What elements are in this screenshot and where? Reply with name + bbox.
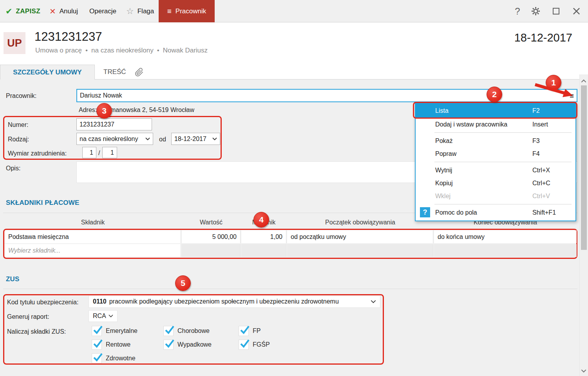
flag-button[interactable]: ☆ Flaga [126, 0, 154, 22]
save-button[interactable]: ✔ ZAPISZ [5, 0, 40, 22]
report-label: Generuj raport: [7, 313, 49, 320]
dimension-numerator-value: 1 [90, 149, 93, 156]
checkbox-fgsp[interactable]: FGŚP [239, 340, 270, 350]
scroll-down-button[interactable] [580, 367, 587, 374]
description-label: Opis: [6, 165, 20, 172]
contributions-label: Naliczaj składki ZUS: [7, 328, 66, 335]
checkbox-checked-icon [239, 340, 249, 350]
skladnik-placeholder: Wybierz składnik... [8, 247, 60, 254]
dimension-numerator-input[interactable]: 1 [82, 147, 96, 158]
employment-contract-window: ✔ ZAPISZ ✕ Anuluj Operacje ☆ Flaga ≡ Pra… [0, 0, 588, 376]
number-input[interactable]: 1231231237 [76, 118, 152, 130]
type-select[interactable]: na czas nieokreślony [76, 133, 153, 145]
new-row-skladnik-input[interactable]: Wybierz składnik... [5, 244, 181, 257]
operations-button[interactable]: Operacje [89, 0, 116, 22]
checkbox-label: Emerytalne [106, 327, 138, 334]
checkbox-checked-icon [92, 326, 102, 336]
menu-item-label: Pokaż [435, 137, 452, 145]
record-title: 1231231237 [34, 30, 102, 44]
tab-content-label: TREŚĆ [103, 68, 126, 76]
close-button[interactable] [570, 0, 583, 22]
menu-item-dodaj-i-wstaw[interactable]: Dodaj i wstaw pracownika Insert [416, 118, 575, 131]
attachment-button[interactable] [135, 68, 144, 78]
checkbox-checked-icon [163, 326, 174, 336]
menu-item-pomoc-do-pola[interactable]: ? Pomoc do pola Shift+F1 [416, 206, 575, 219]
checkbox-emerytalne[interactable]: Emerytalne [92, 326, 138, 336]
scrollbar-thumb[interactable] [581, 85, 587, 250]
checkbox-label: FGŚP [253, 341, 270, 348]
record-header: UP 1231231237 Umowa o pracę • na czas ni… [0, 23, 588, 65]
menu-item-wklej[interactable]: Wklej Ctrl+V [416, 190, 575, 202]
check-icon: ✔ [5, 7, 13, 16]
insurance-code-value: 0110 [93, 298, 107, 305]
table-row-cell-mnoznik[interactable]: 1,00 [241, 230, 286, 243]
from-label: od [159, 136, 166, 143]
dimension-denominator-value: 1 [110, 149, 114, 156]
checkbox-checked-icon [163, 340, 174, 350]
checkbox-checked-icon [92, 353, 102, 363]
report-value: RCA [93, 313, 106, 320]
annotation-circle-5: 5 [175, 275, 191, 291]
employee-input[interactable]: Dariusz Nowak ≡ [76, 89, 577, 102]
settings-button[interactable] [529, 0, 542, 22]
cancel-button[interactable]: ✕ Anuluj [49, 0, 78, 22]
question-icon: ? [515, 6, 520, 17]
dimension-denominator-input[interactable]: 1 [102, 147, 117, 158]
menu-item-wytnij[interactable]: Wytnij Ctrl+X [416, 164, 575, 177]
table-row-cell-skladnik[interactable]: Podstawa miesięczna [5, 230, 181, 243]
mnoznik-value: 1,00 [270, 233, 282, 240]
checkbox-fp[interactable]: FP [239, 326, 270, 336]
chevron-down-icon [581, 369, 586, 373]
menu-item-shortcut: Shift+F1 [532, 209, 570, 216]
annotation-arrow [532, 81, 575, 99]
from-date-select[interactable]: 18-12-2017 [171, 133, 220, 145]
close-icon [573, 7, 580, 15]
address-value: Jerzmanowska 2, 54-519 Wrocław [99, 107, 194, 113]
chevron-up-icon [581, 79, 586, 83]
menu-item-popraw[interactable]: Popraw F4 [416, 147, 575, 160]
maximize-button[interactable] [549, 0, 563, 22]
new-row-empty-cell [241, 244, 286, 257]
checkbox-rentowe[interactable]: Rentowe [92, 340, 138, 350]
checkbox-checked-icon [92, 340, 102, 350]
salary-section-title: SKŁADNIKI PŁACOWE [6, 199, 80, 207]
subtitle-employee-name: Nowak Dariusz [163, 47, 208, 54]
table-row-cell-poczatek[interactable]: od początku umowy [287, 230, 433, 243]
checkbox-chorobowe[interactable]: Chorobowe [163, 326, 212, 336]
report-select[interactable]: RCA [89, 310, 118, 322]
help-button[interactable]: ? [511, 0, 524, 22]
table-row-cell-koniec[interactable]: do końca umowy [434, 230, 577, 243]
menu-item-pokaz[interactable]: Pokaż F3 [416, 134, 575, 147]
checkbox-zdrowotne[interactable]: Zdrowotne [92, 353, 138, 363]
insurance-code-select[interactable]: 0110 pracownik podlegający ubezpieczenio… [89, 295, 380, 308]
checkbox-wypadkowe[interactable]: Wypadkowe [163, 340, 212, 350]
divider [3, 289, 577, 289]
tab-contract-details[interactable]: SZCZEGÓŁY UMOWY [0, 65, 95, 80]
employee-menu-tab[interactable]: ≡ Pracownik [159, 0, 215, 22]
menu-item-kopiuj[interactable]: Kopiuj Ctrl+C [416, 177, 575, 190]
paperclip-icon [135, 68, 144, 77]
scroll-up-button[interactable] [580, 77, 587, 84]
record-subtitle: Umowa o pracę • na czas nieokreślony • N… [35, 47, 208, 54]
help-question-icon: ? [420, 207, 430, 217]
checkbox-label: Wypadkowe [177, 341, 212, 348]
tab-bar: SZCZEGÓŁY UMOWY TREŚĆ [0, 65, 588, 80]
gear-icon [531, 7, 540, 16]
from-date-value: 18-12-2017 [174, 136, 206, 143]
annotation-circle-4: 4 [253, 212, 269, 228]
bullet-separator: • [157, 47, 159, 54]
field-context-menu: Lista F2 Dodaj i wstaw pracownika Insert… [415, 103, 576, 221]
x-icon: ✕ [49, 7, 56, 16]
menu-separator [434, 162, 572, 162]
zus-section-title: ZUS [6, 275, 20, 283]
checkbox-label: Chorobowe [177, 327, 210, 334]
annotation-box-lista [413, 102, 577, 119]
tab-content[interactable]: TREŚĆ [100, 65, 129, 80]
menu-item-label: Wytnij [435, 167, 452, 174]
chevron-down-icon [109, 315, 113, 318]
employee-label: Pracownik: [6, 92, 36, 99]
dimension-label: Wymiar zatrudnienia: [8, 150, 67, 157]
menu-item-shortcut: F3 [532, 137, 570, 145]
menu-item-label: Dodaj i wstaw pracownika [435, 121, 507, 128]
table-row-cell-wartosc[interactable]: 5 000,00 [182, 230, 241, 243]
